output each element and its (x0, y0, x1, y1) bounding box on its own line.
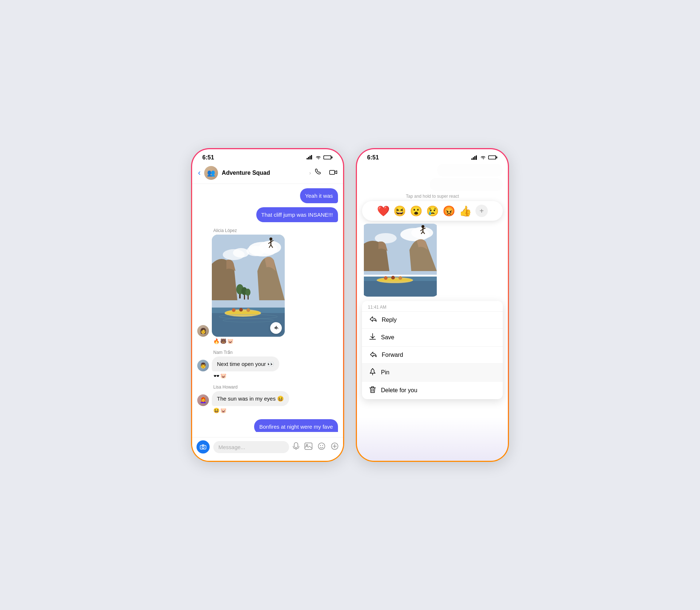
pin-icon (369, 368, 376, 377)
reactions-lisa: 😆 🐷 (197, 408, 338, 413)
reaction-bar-container: Tap and hold to super react ❤️ 😆 😮 😢 😡 👍… (357, 191, 508, 224)
svg-rect-6 (324, 156, 331, 159)
message-input[interactable]: Message... (213, 441, 289, 453)
context-time: 11:41 AM (362, 301, 503, 311)
svg-rect-5 (332, 157, 333, 158)
svg-point-68 (384, 276, 388, 280)
right-photo-container (357, 224, 508, 297)
svg-point-25 (245, 289, 250, 296)
wifi-icon (315, 155, 321, 161)
reaction-hint: Tap and hold to super react (362, 194, 503, 199)
react-angry[interactable]: 😡 (443, 205, 455, 217)
svg-rect-52 (497, 157, 498, 158)
messages-area: Yeah it was That cliff jump was INSANE!!… (192, 184, 343, 432)
sender-lisa: Lisa Howard (197, 385, 338, 390)
group-name[interactable]: Adventure Squad (222, 170, 306, 176)
bottom-glow (357, 417, 508, 461)
message-row-sent-1: Yeah it was (197, 188, 338, 203)
reactions-nam: 🕶️ 🐷 (197, 373, 338, 379)
svg-rect-2 (310, 156, 311, 159)
status-icons-right (471, 155, 498, 161)
camera-button[interactable] (197, 440, 210, 453)
message-row-lisa: Lisa Howard 👩‍🦰 The sun was in my eyes 😆… (197, 385, 338, 413)
react-heart[interactable]: ❤️ (377, 205, 390, 217)
svg-rect-1 (308, 157, 309, 159)
svg-point-30 (232, 308, 236, 312)
context-save[interactable]: Save (362, 328, 503, 346)
context-menu: 11:41 AM Reply Save Forward (362, 301, 503, 399)
header-chevron: › (309, 170, 311, 176)
mic-icon[interactable] (293, 442, 299, 452)
context-forward[interactable]: Forward (362, 346, 503, 363)
reply-icon (369, 316, 377, 324)
reactions-photo: 🔥 🐻 🐷 (197, 338, 338, 344)
group-avatar: 👥 (204, 166, 218, 180)
svg-rect-0 (307, 158, 308, 159)
svg-rect-48 (473, 157, 474, 160)
right-photo-bubble[interactable] (362, 224, 439, 297)
message-input-bar: Message... (192, 437, 343, 461)
sticker-icon[interactable] (318, 442, 326, 452)
svg-point-13 (233, 248, 249, 258)
avatar-nam: 👨 (197, 360, 209, 371)
photo-bubble[interactable] (212, 235, 285, 337)
time-right: 6:51 (367, 154, 379, 161)
svg-point-42 (320, 445, 321, 445)
input-actions (293, 442, 339, 452)
signal-icon (307, 155, 313, 161)
svg-point-32 (246, 308, 250, 312)
phone-icon[interactable] (315, 168, 323, 178)
bubble-bonfires: Bonfires at night were my fave (254, 419, 338, 432)
react-laugh[interactable]: 😆 (393, 205, 406, 217)
context-pin[interactable]: Pin (362, 363, 503, 381)
svg-point-14 (269, 238, 272, 240)
context-delete[interactable]: Delete for you (362, 381, 503, 399)
svg-rect-47 (471, 158, 472, 160)
forward-label: Forward (382, 352, 403, 358)
react-wow[interactable]: 😮 (410, 205, 423, 217)
video-icon[interactable] (329, 168, 337, 178)
left-phone: 6:51 ‹ 👥 Adventure Squad › (191, 148, 344, 462)
svg-point-58 (421, 225, 424, 228)
sender-alicia: Alicia López (197, 228, 338, 233)
svg-rect-53 (489, 156, 496, 159)
svg-point-70 (398, 276, 402, 280)
sender-nam: Nam Trần (197, 350, 338, 355)
react-thumbs-up[interactable]: 👍 (459, 205, 472, 217)
context-reply[interactable]: Reply (362, 311, 503, 328)
wifi-icon-right (480, 155, 486, 161)
save-label: Save (381, 334, 394, 341)
status-bar-right: 6:51 (357, 149, 508, 164)
status-bar-left: 6:51 (192, 149, 343, 164)
message-row-sent-2: That cliff jump was INSANE!!! (197, 207, 338, 222)
right-phone: 6:51 Tap and hold to super react (356, 148, 509, 462)
forward-icon (369, 351, 377, 359)
bubble-sent-1: Yeah it was (300, 188, 338, 203)
bubble-sent-2: That cliff jump was INSANE!!! (256, 207, 338, 222)
react-cry[interactable]: 😢 (426, 205, 439, 217)
nam-message-with-avatar: 👨 Next time open your 👀 (197, 356, 338, 371)
svg-rect-3 (311, 155, 312, 159)
chat-header: ‹ 👥 Adventure Squad › (192, 164, 343, 184)
add-reaction-button[interactable]: + (475, 205, 488, 217)
delete-label: Delete for you (381, 387, 417, 394)
reply-label: Reply (382, 317, 397, 323)
battery-icon-right (488, 155, 498, 161)
svg-point-36 (202, 446, 204, 448)
blurred-background (357, 164, 508, 191)
svg-point-11 (246, 246, 265, 256)
message-row-bonfires: Bonfires at night were my fave ❤️ 🐷 (197, 419, 338, 432)
forward-button[interactable] (270, 322, 282, 334)
photo-message-with-avatar: 👩 (197, 235, 338, 337)
svg-rect-50 (476, 155, 477, 160)
add-icon[interactable] (331, 442, 339, 452)
phones-container: 6:51 ‹ 👥 Adventure Squad › (191, 148, 509, 462)
avatar-lisa: 👩‍🦰 (197, 394, 209, 406)
svg-point-31 (239, 308, 243, 312)
svg-point-41 (318, 443, 325, 449)
message-row-nam: Nam Trần 👨 Next time open your 👀 🕶️ 🐷 (197, 350, 338, 379)
svg-rect-67 (378, 279, 411, 281)
image-icon[interactable] (304, 443, 312, 452)
back-button[interactable]: ‹ (198, 168, 201, 178)
signal-icon-right (471, 155, 478, 161)
